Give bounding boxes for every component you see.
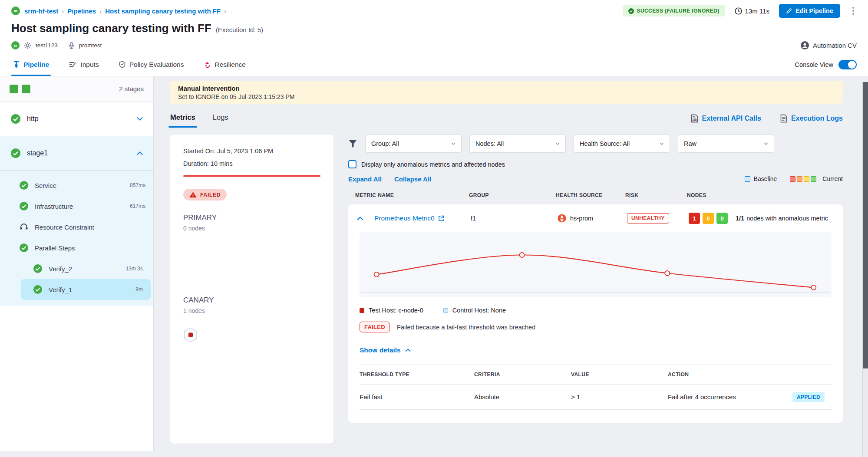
metric-table-header: METRIC NAME GROUP HEALTH SOURCE RISK NOD… [348,192,843,198]
external-api-calls-link[interactable]: API External API Calls [691,114,761,123]
filter-funnel-icon[interactable] [348,139,357,148]
tab-metrics[interactable]: Metrics [170,113,195,128]
step-duration: 857ms [130,182,145,188]
execution-sidebar: 2 stages http stage1 [0,76,154,451]
svg-text:API: API [692,119,697,122]
expand-all-link[interactable]: Expand All [348,175,382,183]
breadcrumb-separator: › [224,7,226,15]
breadcrumb: ∞ srm-hf-test › Pipelines › Host samplin… [11,3,857,18]
scrollbar-thumb[interactable] [863,82,868,368]
success-check-icon [10,148,21,158]
breadcrumb-pipelines[interactable]: Pipelines [67,7,96,15]
metric-card: Prometheus Metric0 f1 hs-prom [348,204,843,423]
sidebar-step-parallel-steps[interactable]: Parallel Steps [0,237,153,258]
fail-reason-row: FAILED Failed because a fail-fast thresh… [360,322,832,332]
vertical-scrollbar[interactable] [862,82,868,457]
collapse-chevron-up-icon[interactable] [357,217,374,220]
health-source-filter-select[interactable]: Health Source: All [574,135,670,153]
prometheus-icon [558,214,566,223]
tab-inputs[interactable]: Inputs [67,53,100,76]
sidebar-stage-stage1[interactable]: stage1 [0,136,153,170]
canary-label: CANARY [183,296,320,305]
success-check-icon [10,114,21,124]
tab-logs[interactable]: Logs [213,113,228,128]
more-options-icon[interactable] [850,5,857,16]
metric-name-link[interactable]: Prometheus Metric0 [374,214,471,222]
healthy-node-count: 0 [716,213,728,224]
threshold-criteria: Absolute [474,393,571,401]
api-document-icon: API [691,114,698,123]
pencil-icon [786,8,792,14]
execution-logs-link[interactable]: Execution Logs [780,114,843,123]
applied-badge: APPLIED [792,392,825,402]
baseline-legend-swatch [745,176,750,182]
user-avatar-icon [801,41,809,49]
test-host-swatch [360,308,364,313]
stages-summary-row: 2 stages [0,76,153,102]
current-legend-swatch [804,176,809,182]
page-header: ∞ srm-hf-test › Pipelines › Host samplin… [0,0,868,76]
verification-duration: Duration: 10 mins [183,159,320,168]
chevron-down-icon [764,142,768,145]
execution-duration: 13m 11s [735,7,769,15]
failed-status-pill: FAILED [183,189,227,201]
test-host-legend: Test Host: c-node-0 [360,307,423,314]
tab-pipeline[interactable]: Pipeline [11,53,51,76]
chevron-down-icon [451,142,455,145]
inputs-icon [69,61,76,68]
collapse-all-link[interactable]: Collapse All [394,175,431,183]
success-check-icon [19,181,29,190]
sidebar-step-service[interactable]: Service 857ms [0,175,153,196]
tab-policy-evaluations[interactable]: Policy Evaluations [117,53,186,76]
metric-row[interactable]: Prometheus Metric0 f1 hs-prom [348,204,843,232]
failed-progress-bar [183,175,320,177]
sidebar-step-verify-2[interactable]: Verify_2 13m 3s [21,258,151,279]
tab-resilience[interactable]: Resilience [202,53,248,76]
nodes-filter-select[interactable]: Nodes: All [469,135,566,153]
page-title: Host sampling canary testing with FF [11,22,211,35]
svg-text:∞: ∞ [14,43,17,48]
console-view-toggle[interactable] [838,60,857,69]
canary-node-count: 1 nodes [183,307,320,314]
metric-chart[interactable] [360,232,832,297]
stage-status-square [10,85,18,93]
current-legend-swatch [790,176,795,182]
anomalous-node-count: 1 [689,213,700,224]
stages-count: 2 stages [119,85,144,92]
breadcrumb-pipeline-name[interactable]: Host sampling canary testing with FF [105,7,221,15]
filter-row: Group: All Nodes: All Health Source: All… [348,135,843,153]
chevron-down-icon [660,142,664,145]
group-filter-select[interactable]: Group: All [365,135,462,153]
metric-group: f1 [471,215,558,222]
chevron-up-icon[interactable] [137,151,143,155]
control-host-legend: Control Host: None [443,307,506,314]
canary-node-hexagon[interactable] [183,327,198,343]
risk-badge: UNHEALTHY [627,213,669,224]
anomalous-only-checkbox[interactable] [348,160,356,168]
harness-logo-icon: ∞ [11,7,20,15]
breadcrumb-project[interactable]: srm-hf-test [24,7,58,15]
node-counts: 1 0 0 1/1nodes with anomalous metric [689,213,843,224]
breadcrumb-separator: › [99,7,102,15]
user-chip: Automation CV [801,41,857,49]
monitored-service-name[interactable]: promtest [79,42,102,49]
edit-pipeline-button[interactable]: Edit Pipeline [779,4,840,18]
main-tabbar: Pipeline Inputs Policy Evaluations Resil… [0,53,868,76]
service-name[interactable]: test1123 [36,42,58,49]
sidebar-step-infrastructure[interactable]: Infrastructure 617ms [0,196,153,217]
chevron-down-icon[interactable] [137,117,143,121]
started-on: Started On: Jul 5, 2023 1:06 PM [183,147,320,156]
threshold-action: Fail after 4 occurrences [668,393,736,401]
anomalous-only-label: Display only anomalous metrics and affec… [361,161,505,168]
sidebar-step-verify-1[interactable]: Verify_1 9m [21,279,151,300]
sidebar-step-resource-constraint[interactable]: Resource Constraint [0,217,153,237]
gear-icon [24,42,31,49]
harness-logo-icon: ∞ [11,41,20,49]
show-details-link[interactable]: Show details [360,346,832,354]
headphones-icon [19,222,29,232]
sidebar-stage-http[interactable]: http [0,102,153,136]
external-link-icon[interactable] [438,215,444,221]
primary-label: PRIMARY [183,214,320,222]
data-mode-select[interactable]: Raw [678,135,774,153]
step-duration: 617ms [130,203,145,209]
